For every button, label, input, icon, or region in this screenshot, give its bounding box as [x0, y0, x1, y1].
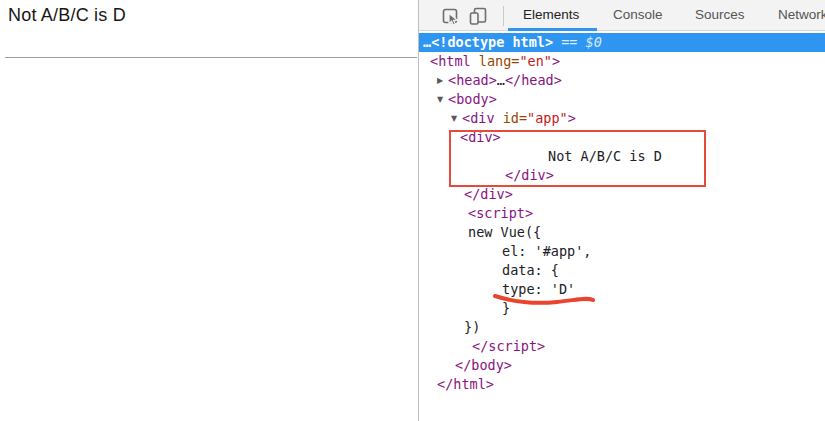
hidden-nodes-ellipsis: … [423, 34, 431, 50]
tree-row-script-code-type[interactable]: type: 'D' [502, 280, 575, 299]
doctype-text: <!doctype html> [431, 34, 553, 50]
devtools-toolbar: Elements Console Sources Network [419, 0, 825, 31]
tree-row-script-code[interactable]: } [502, 299, 510, 318]
devtools-panel: Elements Console Sources Network …<!doct… [419, 0, 825, 421]
tree-row-inner-div-close[interactable]: </div> [505, 166, 554, 185]
tab-network[interactable]: Network [778, 7, 825, 22]
tab-elements[interactable]: Elements [523, 7, 579, 22]
selected-tab-underline [508, 28, 597, 31]
tree-row-div-app-open[interactable]: <div id="app"> [462, 109, 576, 128]
tree-row-script-code[interactable]: data: { [502, 261, 559, 280]
tree-row-inner-div-open[interactable]: <div> [460, 128, 501, 147]
expander-arrow-body-icon[interactable]: ▼ [437, 90, 447, 109]
browser-window: { "page": { "render_text": "Not A/B/C is… [0, 0, 825, 421]
tree-row-text-node[interactable]: Not A/B/C is D [548, 147, 662, 166]
console-reference-badge: == $0 [553, 34, 602, 50]
tree-row-head[interactable]: <head>…</head> [448, 71, 562, 90]
tree-row-div-app-close[interactable]: </div> [464, 185, 513, 204]
tree-row-body-close[interactable]: </body> [455, 356, 512, 375]
rendered-page-text: Not A/B/C is D [8, 5, 126, 26]
elements-tree: …<!doctype html> == $0 ▶ ▼ ▼ <html lang=… [419, 32, 825, 421]
expander-arrow-app-icon[interactable]: ▼ [451, 109, 461, 128]
tree-row-script-code[interactable]: el: '#app', [502, 242, 591, 261]
tree-row-doctype-selected[interactable]: …<!doctype html> == $0 [419, 33, 825, 52]
tree-row-script-close[interactable]: </script> [472, 337, 545, 356]
inspect-element-icon[interactable] [441, 6, 461, 26]
tree-row-html-open[interactable]: <html lang="en"> [430, 52, 560, 71]
expander-arrow-head-icon[interactable]: ▶ [437, 71, 447, 90]
tree-row-script-code[interactable]: }) [464, 318, 480, 337]
tree-row-script-code[interactable]: new Vue({ [468, 223, 541, 242]
page-horizontal-rule [5, 57, 417, 58]
tree-row-script-open[interactable]: <script> [468, 204, 533, 223]
toolbar-separator [503, 6, 504, 26]
toggle-device-toolbar-icon[interactable] [468, 6, 488, 26]
tree-row-html-close[interactable]: </html> [437, 375, 494, 394]
tab-sources[interactable]: Sources [695, 7, 745, 22]
tree-row-body-open[interactable]: <body> [448, 90, 497, 109]
tab-console[interactable]: Console [613, 7, 663, 22]
